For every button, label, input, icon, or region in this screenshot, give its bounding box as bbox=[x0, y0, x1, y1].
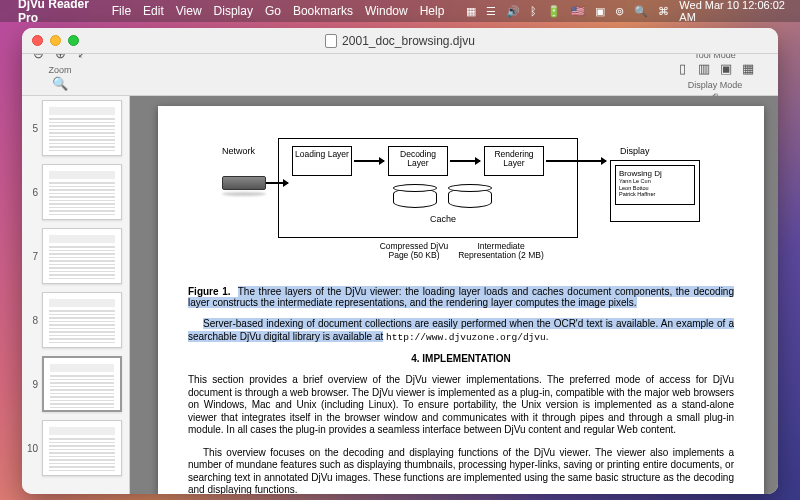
close-window-button[interactable] bbox=[32, 35, 43, 46]
wifi-icon[interactable]: ⊚ bbox=[615, 5, 624, 18]
thumbnail-page-number: 7 bbox=[24, 251, 38, 262]
paragraph: Server-based indexing of document collec… bbox=[188, 318, 734, 343]
app-name[interactable]: DjVu Reader Pro bbox=[18, 0, 102, 25]
document-icon bbox=[325, 34, 337, 48]
bluetooth-icon[interactable]: ᛒ bbox=[530, 5, 537, 17]
menu-help[interactable]: Help bbox=[420, 4, 445, 18]
document-viewport[interactable]: Network Loading Layer Decoding Layer Ren… bbox=[130, 96, 778, 494]
thumbnail-row[interactable]: 8 bbox=[22, 288, 129, 352]
diagram-arrow-icon bbox=[354, 160, 384, 162]
two-cont-icon[interactable]: ▦ bbox=[740, 61, 756, 77]
control-center-icon[interactable]: ⌘ bbox=[658, 5, 669, 18]
thumbnail-page-number: 9 bbox=[24, 379, 38, 390]
paragraph: This overview focuses on the decoding an… bbox=[188, 447, 734, 494]
diagram-cache-label: Cache bbox=[430, 214, 456, 224]
thumbnail[interactable] bbox=[42, 420, 122, 476]
diagram-loading-layer: Loading Layer bbox=[292, 146, 352, 176]
volume-icon[interactable]: 🔊 bbox=[506, 5, 520, 18]
thumbnail-row[interactable]: 5 bbox=[22, 96, 129, 160]
url-text: http://www.djvuzone.org/djvu bbox=[386, 332, 546, 343]
diagram-intermediate-label: Intermediate Representation (2 MB) bbox=[456, 242, 546, 261]
diagram-rendering-layer: Rendering Layer bbox=[484, 146, 544, 176]
search-icon[interactable]: 🔍 bbox=[634, 5, 648, 18]
status-icon[interactable]: ▦ bbox=[466, 5, 476, 18]
thumbnail-row[interactable]: 9 bbox=[22, 352, 129, 416]
airplay-icon[interactable]: ▣ bbox=[595, 5, 605, 18]
diagram-display-label: Display bbox=[620, 146, 650, 156]
macos-menubar: DjVu Reader Pro FileEditViewDisplayGoBoo… bbox=[0, 0, 800, 22]
section-heading: 4. IMPLEMENTATION bbox=[188, 353, 734, 364]
continuous-icon[interactable]: ▥ bbox=[696, 61, 712, 77]
menubar-clock[interactable]: Wed Mar 10 12:06:02 AM bbox=[679, 0, 790, 23]
menu-file[interactable]: File bbox=[112, 4, 131, 18]
thumbnail[interactable] bbox=[42, 228, 122, 284]
thumbnail[interactable] bbox=[42, 292, 122, 348]
menu-edit[interactable]: Edit bbox=[143, 4, 164, 18]
zoom-window-button[interactable] bbox=[68, 35, 79, 46]
window-title: 2001_doc_browsing.djvu bbox=[342, 34, 475, 48]
document-page: Network Loading Layer Decoding Layer Ren… bbox=[158, 106, 764, 494]
status-icon[interactable]: ☰ bbox=[486, 5, 496, 18]
single-page-icon[interactable]: ▯ bbox=[674, 61, 690, 77]
menu-window[interactable]: Window bbox=[365, 4, 408, 18]
menu-display[interactable]: Display bbox=[214, 4, 253, 18]
minimize-window-button[interactable] bbox=[50, 35, 61, 46]
menu-view[interactable]: View bbox=[176, 4, 202, 18]
toolbar-group-label: Zoom bbox=[48, 65, 71, 75]
diagram-arrow-icon bbox=[546, 160, 606, 162]
thumbnail-page-number: 6 bbox=[24, 187, 38, 198]
diagram-arrow-icon bbox=[450, 160, 480, 162]
toolbar: ▤Contents Pane⊖⊕⤢Zoom🔍Zoom⇧⇩Previous/Nex… bbox=[22, 54, 778, 96]
selected-text[interactable]: The three layers of the DjVu viewer: the… bbox=[188, 286, 734, 308]
toolbar-group-label: Display Mode bbox=[688, 80, 743, 90]
diagram-monitor-icon: Browsing Dj Yann Le Cun Leon Bottou Patr… bbox=[610, 160, 700, 222]
battery-icon[interactable]: 🔋 bbox=[547, 5, 561, 18]
input-source-icon[interactable]: 🇺🇸 bbox=[571, 5, 585, 18]
diagram-network-label: Network bbox=[222, 146, 255, 156]
thumbnail-page-number: 5 bbox=[24, 123, 38, 134]
zoom-select-icon[interactable]: 🔍 bbox=[52, 76, 68, 92]
window-titlebar: 2001_doc_browsing.djvu bbox=[22, 28, 778, 54]
thumbnail-row[interactable]: 6 bbox=[22, 160, 129, 224]
diagram-decoding-layer: Decoding Layer bbox=[388, 146, 448, 176]
thumbnail-sidebar[interactable]: 5678910 bbox=[22, 96, 130, 494]
menu-go[interactable]: Go bbox=[265, 4, 281, 18]
thumbnail[interactable] bbox=[42, 100, 122, 156]
two-page-icon[interactable]: ▣ bbox=[718, 61, 734, 77]
toolbar-group: ▯▥▣▦Display Mode bbox=[674, 60, 756, 90]
diagram-compressed-label: Compressed DjVu Page (50 KB) bbox=[374, 242, 454, 261]
thumbnail-page-number: 8 bbox=[24, 315, 38, 326]
figure-diagram: Network Loading Layer Decoding Layer Ren… bbox=[188, 126, 734, 276]
paragraph: This section provides a brief overview o… bbox=[188, 374, 734, 437]
thumbnail[interactable] bbox=[42, 164, 122, 220]
diagram-arrow-icon bbox=[266, 182, 288, 184]
figure-caption: Figure 1. The three layers of the DjVu v… bbox=[188, 286, 734, 308]
app-window: 2001_doc_browsing.djvu ▤Contents Pane⊖⊕⤢… bbox=[22, 28, 778, 494]
diagram-network-device-icon bbox=[222, 176, 266, 190]
thumbnail-row[interactable]: 10 bbox=[22, 416, 129, 480]
thumbnail-page-number: 10 bbox=[24, 443, 38, 454]
thumbnail[interactable] bbox=[42, 356, 122, 412]
thumbnail-row[interactable]: 7 bbox=[22, 224, 129, 288]
menu-bookmarks[interactable]: Bookmarks bbox=[293, 4, 353, 18]
